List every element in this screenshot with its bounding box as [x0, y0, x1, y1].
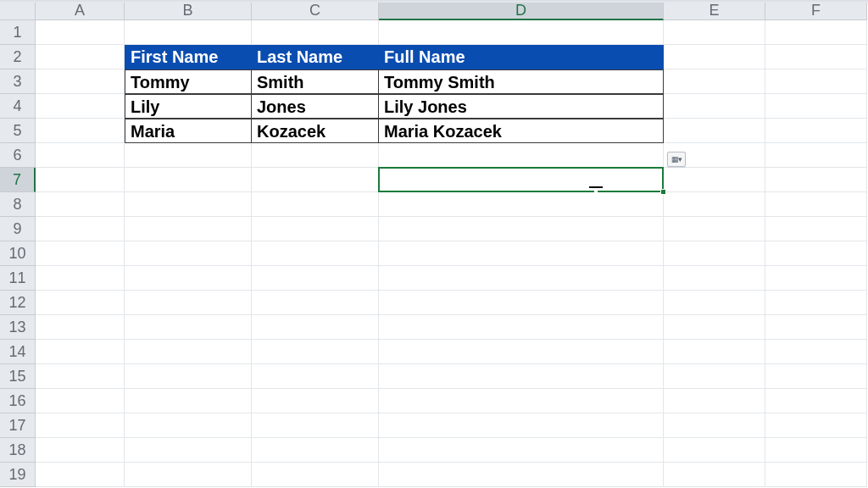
cell-B11[interactable] [125, 266, 252, 291]
cell-B18[interactable] [125, 438, 252, 463]
cell-C10[interactable] [252, 241, 379, 266]
column-header-f[interactable]: F [765, 0, 867, 20]
cell-A17[interactable] [36, 413, 125, 438]
cell-E3[interactable] [664, 69, 765, 94]
row-header-13[interactable]: 13 [0, 315, 36, 340]
cell-A6[interactable] [36, 143, 125, 168]
row-header-19[interactable]: 19 [0, 463, 36, 487]
cell-C7[interactable] [252, 168, 379, 192]
cell-B13[interactable] [125, 315, 252, 340]
cell-F9[interactable] [765, 217, 867, 241]
select-all-corner[interactable] [0, 0, 36, 20]
cell-E11[interactable] [664, 266, 765, 291]
cell-A5[interactable] [36, 119, 125, 143]
cell-E16[interactable] [664, 389, 765, 413]
cell-B8[interactable] [125, 192, 252, 217]
cell-B10[interactable] [125, 241, 252, 266]
cell-F19[interactable] [765, 463, 867, 487]
cell-A18[interactable] [36, 438, 125, 463]
cell-F17[interactable] [765, 413, 867, 438]
row-header-5[interactable]: 5 [0, 119, 36, 143]
autofill-options-icon[interactable]: ▦▾ [667, 152, 686, 167]
spreadsheet-grid[interactable]: ABCDEF 12345678910111213141516171819 Fir… [0, 0, 868, 488]
cell-E17[interactable] [664, 413, 765, 438]
row-header-18[interactable]: 18 [0, 438, 36, 463]
cell-D16[interactable] [379, 389, 664, 413]
row-header-14[interactable]: 14 [0, 340, 36, 364]
cell-A9[interactable] [36, 217, 125, 241]
cell-D7[interactable] [379, 168, 664, 192]
cell-C18[interactable] [252, 438, 379, 463]
cell-E10[interactable] [664, 241, 765, 266]
cell-E9[interactable] [664, 217, 765, 241]
cell-E4[interactable] [664, 94, 765, 119]
cell-D10[interactable] [379, 241, 664, 266]
cell-E14[interactable] [664, 340, 765, 364]
cell-D19[interactable] [379, 463, 664, 487]
cell-E8[interactable] [664, 192, 765, 217]
row-header-4[interactable]: 4 [0, 94, 36, 119]
cell-A1[interactable] [36, 20, 125, 45]
row-header-17[interactable]: 17 [0, 413, 36, 438]
cell-B5[interactable]: Maria [125, 119, 252, 143]
cell-D12[interactable] [379, 291, 664, 315]
cell-F10[interactable] [765, 241, 867, 266]
cell-F2[interactable] [765, 45, 867, 69]
cell-A12[interactable] [36, 291, 125, 315]
cell-F1[interactable] [765, 20, 867, 45]
cell-D3[interactable]: Tommy Smith [379, 69, 664, 94]
row-header-9[interactable]: 9 [0, 217, 36, 241]
cell-C16[interactable] [252, 389, 379, 413]
cell-B6[interactable] [125, 143, 252, 168]
cell-A7[interactable] [36, 168, 125, 192]
cell-C2[interactable]: Last Name [252, 45, 379, 69]
cell-B2[interactable]: First Name [125, 45, 252, 69]
cell-C4[interactable]: Jones [252, 94, 379, 119]
cell-F8[interactable] [765, 192, 867, 217]
cells-area[interactable]: First NameLast NameFull NameTommySmithTo… [36, 20, 867, 487]
cell-C11[interactable] [252, 266, 379, 291]
cell-E2[interactable] [664, 45, 765, 69]
row-header-1[interactable]: 1 [0, 20, 36, 45]
cell-B12[interactable] [125, 291, 252, 315]
cell-E12[interactable] [664, 291, 765, 315]
cell-F11[interactable] [765, 266, 867, 291]
cell-F14[interactable] [765, 340, 867, 364]
cell-C5[interactable]: Kozacek [252, 119, 379, 143]
cell-A10[interactable] [36, 241, 125, 266]
cell-C14[interactable] [252, 340, 379, 364]
row-header-7[interactable]: 7 [0, 168, 36, 192]
cell-F4[interactable] [765, 94, 867, 119]
row-header-10[interactable]: 10 [0, 241, 36, 266]
cell-F7[interactable] [765, 168, 867, 192]
row-header-15[interactable]: 15 [0, 364, 36, 389]
cell-A3[interactable] [36, 69, 125, 94]
cell-E15[interactable] [664, 364, 765, 389]
cell-E5[interactable] [664, 119, 765, 143]
cell-D2[interactable]: Full Name [379, 45, 664, 69]
cell-D15[interactable] [379, 364, 664, 389]
column-header-a[interactable]: A [36, 0, 125, 20]
row-header-11[interactable]: 11 [0, 266, 36, 291]
cell-B17[interactable] [125, 413, 252, 438]
cell-E19[interactable] [664, 463, 765, 487]
cell-F12[interactable] [765, 291, 867, 315]
cell-B15[interactable] [125, 364, 252, 389]
cell-C9[interactable] [252, 217, 379, 241]
cell-A8[interactable] [36, 192, 125, 217]
cell-C1[interactable] [252, 20, 379, 45]
cell-A14[interactable] [36, 340, 125, 364]
cell-D4[interactable]: Lily Jones [379, 94, 664, 119]
cell-F15[interactable] [765, 364, 867, 389]
cell-F16[interactable] [765, 389, 867, 413]
cell-B1[interactable] [125, 20, 252, 45]
cell-D6[interactable] [379, 143, 664, 168]
cell-C3[interactable]: Smith [252, 69, 379, 94]
column-header-b[interactable]: B [125, 0, 252, 20]
cell-C6[interactable] [252, 143, 379, 168]
cell-D9[interactable] [379, 217, 664, 241]
row-header-3[interactable]: 3 [0, 69, 36, 94]
cell-D11[interactable] [379, 266, 664, 291]
cell-A11[interactable] [36, 266, 125, 291]
cell-B7[interactable] [125, 168, 252, 192]
